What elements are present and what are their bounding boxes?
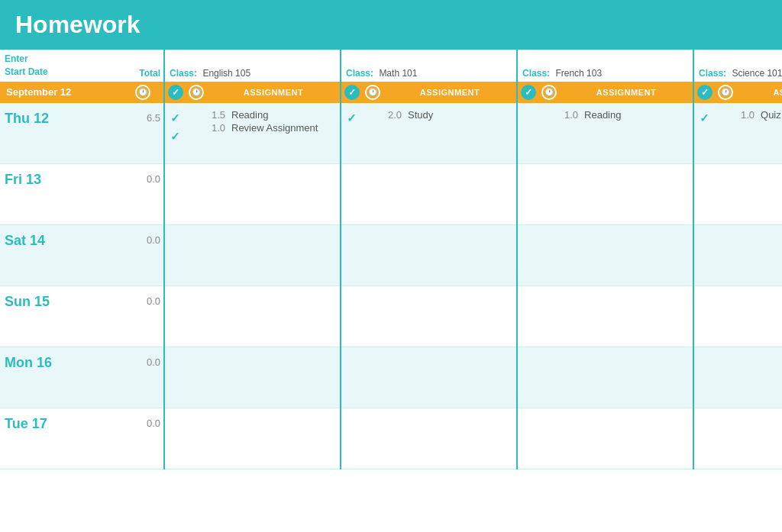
french-check-cell[interactable] — [517, 164, 538, 225]
math-clock-cell[interactable] — [362, 408, 383, 469]
french-check-cell[interactable] — [517, 103, 538, 164]
french-assignment-cell[interactable] — [560, 225, 693, 286]
math-assignment-cell[interactable] — [383, 225, 517, 286]
math-assignment-cell[interactable]: 2.0 Study — [383, 103, 517, 164]
start-date-value[interactable]: September 12 — [0, 82, 122, 103]
math-check-cell[interactable] — [341, 286, 362, 347]
science-class-label: Class: — [699, 68, 726, 79]
science-check-cell[interactable] — [693, 164, 715, 225]
french-check-cell[interactable] — [517, 347, 538, 408]
total-clock-cell[interactable]: 🕐 — [122, 82, 164, 103]
assignment-entry: 1.5 Reading — [212, 109, 335, 121]
english-assignment-cell[interactable] — [207, 286, 341, 347]
english-assignment-cell[interactable] — [207, 225, 341, 286]
math-clock-cell[interactable] — [362, 347, 383, 408]
science-assignment-cell[interactable] — [736, 408, 782, 469]
english-assignment-cell[interactable] — [207, 164, 341, 225]
english-assignment-cell[interactable] — [207, 408, 341, 469]
french-clock-cell[interactable] — [538, 347, 560, 408]
math-class-header: Class: Math 101 — [341, 50, 517, 82]
start-date-label: Start Date — [5, 66, 48, 77]
day-name: Tue 17 — [5, 416, 47, 431]
french-clock-btn[interactable]: 🕐 — [538, 82, 560, 103]
science-clock-cell[interactable] — [715, 164, 736, 225]
english-check-cell[interactable] — [164, 347, 186, 408]
math-assignment-cell[interactable] — [383, 408, 517, 469]
science-assignment-cell[interactable] — [736, 225, 782, 286]
french-check-btn[interactable]: ✓ — [517, 82, 538, 103]
science-check-cell[interactable]: ✓ — [693, 103, 715, 164]
math-class-label: Class: — [346, 68, 373, 79]
math-clock-cell[interactable] — [362, 225, 383, 286]
french-check-cell[interactable] — [517, 225, 538, 286]
day-total: 0.0 — [122, 164, 164, 225]
science-clock-cell[interactable] — [715, 347, 736, 408]
english-assign-btn[interactable]: ASSIGNMENT — [207, 82, 341, 103]
french-assignment-cell[interactable] — [560, 286, 693, 347]
english-clock-cell[interactable] — [186, 347, 207, 408]
french-assignment-cell[interactable]: 1.0 Reading — [560, 103, 693, 164]
science-clock-cell[interactable] — [715, 225, 736, 286]
math-assignment-cell[interactable] — [383, 347, 517, 408]
french-assignment-cell[interactable] — [560, 408, 693, 469]
english-clock-cell[interactable] — [186, 286, 207, 347]
table-row: Fri 130.0 — [0, 164, 782, 225]
french-check-cell[interactable] — [517, 408, 538, 469]
english-check-cell[interactable]: ✓✓ — [164, 103, 186, 164]
day-total: 0.0 — [122, 225, 164, 286]
homework-table-container: Enter Start Date Total Class: English 10… — [0, 50, 782, 469]
french-clock-cell[interactable] — [538, 164, 560, 225]
math-check-cell[interactable] — [341, 225, 362, 286]
math-check-btn[interactable]: ✓ — [341, 82, 362, 103]
science-assignment-cell[interactable] — [736, 164, 782, 225]
math-check-cell[interactable]: ✓ — [341, 103, 362, 164]
science-check-cell[interactable] — [693, 286, 715, 347]
math-class-name: Math 101 — [379, 68, 417, 79]
science-check-btn[interactable]: ✓ — [693, 82, 715, 103]
english-check-btn[interactable]: ✓ — [164, 82, 186, 103]
french-assignment-cell[interactable] — [560, 347, 693, 408]
science-clock-cell[interactable] — [715, 286, 736, 347]
science-assign-btn[interactable]: ASSIGNMENT — [736, 82, 782, 103]
science-assignment-cell[interactable]: 1.0 Quiz — [736, 103, 782, 164]
math-assignment-cell[interactable] — [383, 164, 517, 225]
science-check-cell[interactable] — [693, 408, 715, 469]
english-clock-cell[interactable] — [186, 408, 207, 469]
math-check-cell[interactable] — [341, 408, 362, 469]
english-clock-cell[interactable] — [186, 164, 207, 225]
science-clock-cell[interactable] — [715, 103, 736, 164]
class-header-row: Enter Start Date Total Class: English 10… — [0, 50, 782, 82]
math-clock-cell[interactable] — [362, 164, 383, 225]
english-clock-cell[interactable] — [186, 225, 207, 286]
english-check-cell[interactable] — [164, 408, 186, 469]
english-check-cell[interactable] — [164, 164, 186, 225]
math-clock-btn[interactable]: 🕐 — [362, 82, 383, 103]
english-assignment-cell[interactable] — [207, 347, 341, 408]
french-check-cell[interactable] — [517, 286, 538, 347]
math-check-cell[interactable] — [341, 164, 362, 225]
table-row: Mon 160.0 — [0, 347, 782, 408]
english-clock-btn[interactable]: 🕐 — [186, 82, 207, 103]
science-check-cell[interactable] — [693, 225, 715, 286]
science-assignment-cell[interactable] — [736, 347, 782, 408]
english-check-cell[interactable] — [164, 286, 186, 347]
french-clock-cell[interactable] — [538, 408, 560, 469]
math-assign-btn[interactable]: ASSIGNMENT — [383, 82, 517, 103]
french-clock-cell[interactable] — [538, 286, 560, 347]
total-header-cell: Total — [122, 50, 164, 82]
french-assign-btn[interactable]: ASSIGNMENT — [560, 82, 693, 103]
french-assignment-cell[interactable] — [560, 164, 693, 225]
science-clock-cell[interactable] — [715, 408, 736, 469]
french-clock-cell[interactable] — [538, 225, 560, 286]
english-check-cell[interactable] — [164, 225, 186, 286]
english-clock-cell[interactable] — [186, 103, 207, 164]
science-check-cell[interactable] — [693, 347, 715, 408]
english-assignment-cell[interactable]: 1.5 Reading 1.0 Review Assignment — [207, 103, 341, 164]
math-assignment-cell[interactable] — [383, 286, 517, 347]
math-check-cell[interactable] — [341, 347, 362, 408]
math-clock-cell[interactable] — [362, 286, 383, 347]
french-clock-cell[interactable] — [538, 103, 560, 164]
math-clock-cell[interactable] — [362, 103, 383, 164]
science-clock-btn[interactable]: 🕐 — [715, 82, 736, 103]
science-assignment-cell[interactable] — [736, 286, 782, 347]
